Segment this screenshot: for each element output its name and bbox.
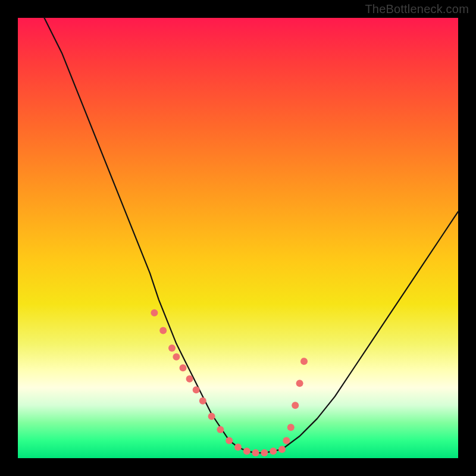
chart-frame: TheBottleneck.com [0,0,476,476]
data-marker [193,386,200,393]
data-marker [296,380,303,387]
data-marker [159,327,167,334]
data-marker [292,402,299,409]
bottleneck-curve [44,18,458,453]
watermark-text: TheBottleneck.com [365,2,469,16]
data-marker [180,364,187,371]
curve-layer [18,18,458,458]
data-marker [217,426,224,433]
data-marker [270,447,277,455]
plot-area [18,18,458,458]
data-marker [243,447,250,455]
data-marker [173,353,180,361]
data-marker [300,358,308,365]
data-marker [226,437,233,444]
data-marker [186,375,193,383]
data-marker [151,309,158,317]
data-marker [208,413,215,420]
data-marker [168,345,176,352]
data-marker [234,444,242,451]
data-marker [278,446,286,453]
data-marker [252,449,259,456]
data-marker [283,437,290,444]
data-marker [199,397,206,405]
marker-group [151,309,308,456]
data-marker [287,424,295,431]
data-marker [261,449,268,456]
